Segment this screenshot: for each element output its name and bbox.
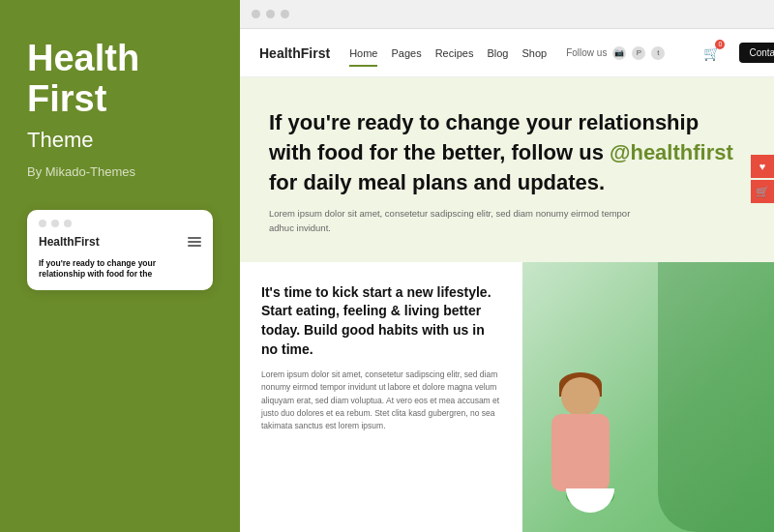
salad-bowl (566, 488, 614, 513)
woman-body (551, 414, 610, 491)
preview-card-header: HealthFirst (39, 235, 201, 249)
main-content: HealthFirst Home Pages Recipes Blog Shop… (240, 0, 774, 532)
bottom-paragraph: Lorem ipsum dolor sit amet, consetetur s… (261, 369, 501, 432)
cart-badge: 0 (715, 40, 725, 49)
bg-greenery (658, 262, 774, 532)
bottom-heading: It's time to kick start a new lifestyle.… (261, 283, 501, 359)
bottom-text-area: It's time to kick start a new lifestyle.… (240, 262, 522, 532)
bottom-section: It's time to kick start a new lifestyle.… (240, 262, 774, 532)
twitter-icon[interactable]: t (651, 46, 665, 60)
hero-headline: If you're ready to change your relations… (269, 108, 733, 197)
nav-item-home[interactable]: Home (349, 47, 377, 59)
hero-subtitle: Lorem ipsum dolor sit amet, consetetur s… (269, 207, 656, 235)
browser-bar (240, 0, 774, 29)
floating-icon-1: ♥ (751, 155, 774, 178)
nav-item-shop[interactable]: Shop (521, 47, 547, 59)
preview-dot-1 (39, 220, 46, 227)
nav-item-pages[interactable]: Pages (391, 47, 421, 59)
hero-section: If you're ready to change your relations… (240, 77, 774, 262)
website-header: HealthFirst Home Pages Recipes Blog Shop… (240, 29, 774, 77)
preview-card-logo: HealthFirst (39, 235, 100, 249)
browser-dot-green (281, 10, 289, 18)
sidebar-author: By Mikado-Themes (27, 164, 213, 179)
sidebar-title: Health First (27, 39, 213, 120)
cart-button[interactable]: 🛒 0 (703, 44, 720, 62)
nav-item-blog[interactable]: Blog (487, 47, 508, 59)
floating-cart-icon: 🛒 (751, 180, 774, 203)
browser-dot-red (252, 10, 260, 18)
preview-card-body: If you're ready to change your relations… (39, 258, 201, 281)
follow-us-section: Follow us 📷 P t (566, 46, 665, 60)
preview-dot-2 (51, 220, 59, 227)
bottom-image (522, 262, 774, 532)
woman-head (561, 377, 600, 416)
website-nav: Home Pages Recipes Blog Shop (349, 47, 547, 59)
hero-handle: @healthfirst (610, 140, 733, 164)
hero-text-after: for daily meal plans and updates. (269, 170, 605, 194)
hamburger-icon[interactable] (188, 237, 201, 247)
instagram-icon[interactable]: 📷 (612, 46, 626, 60)
follow-label: Follow us (566, 47, 607, 58)
website-logo: HealthFirst (259, 45, 330, 61)
preview-dots (39, 220, 201, 227)
contact-button[interactable]: Contact us (739, 43, 774, 63)
browser-dot-yellow (266, 10, 275, 18)
nav-item-recipes[interactable]: Recipes (435, 47, 474, 59)
woman-figure (542, 377, 639, 532)
preview-card: HealthFirst If you're ready to change yo… (27, 210, 213, 290)
preview-dot-3 (64, 220, 72, 227)
floating-icons: ♥ 🛒 (751, 155, 774, 203)
pinterest-icon[interactable]: P (632, 46, 645, 60)
title-line1: Health (27, 38, 139, 78)
sidebar: Health First Theme By Mikado-Themes Heal… (0, 0, 240, 532)
sidebar-subtitle: Theme (27, 128, 213, 153)
title-line2: First (27, 78, 106, 119)
